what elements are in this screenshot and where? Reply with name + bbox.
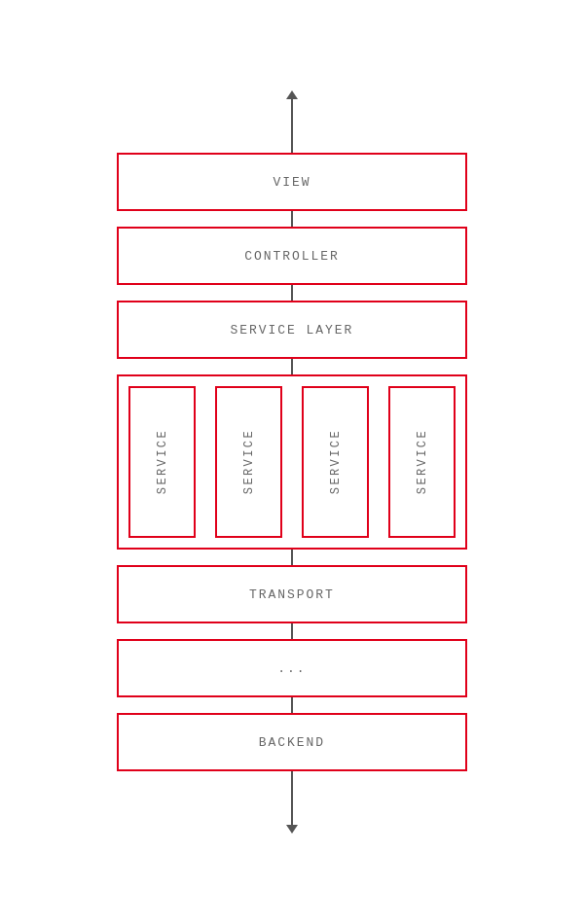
- connector-view-controller: [291, 211, 293, 227]
- services-container: SERVICE SERVICE SERVICE SERVICE: [117, 374, 467, 550]
- service-label-4: SERVICE: [416, 429, 429, 494]
- view-box: VIEW: [117, 153, 467, 211]
- service-box-2: SERVICE: [215, 386, 282, 538]
- down-arrow: [291, 787, 293, 826]
- connector-transport-dots: [291, 623, 293, 639]
- connector-backend-bottom: [291, 771, 293, 787]
- service-box-1: SERVICE: [128, 386, 196, 538]
- controller-box: CONTROLLER: [117, 227, 467, 285]
- service-box-4: SERVICE: [388, 386, 456, 538]
- backend-box: BACKEND: [117, 713, 467, 771]
- up-arrow: [291, 98, 293, 137]
- view-label: VIEW: [273, 175, 310, 190]
- dots-label: ...: [277, 661, 306, 676]
- service-box-3: SERVICE: [302, 386, 369, 538]
- dots-box: ...: [117, 639, 467, 697]
- service-layer-box: SERVICE LAYER: [117, 301, 467, 359]
- backend-label: BACKEND: [259, 735, 325, 750]
- service-label-2: SERVICE: [242, 429, 256, 494]
- service-label-3: SERVICE: [329, 429, 343, 494]
- controller-label: CONTROLLER: [244, 249, 340, 264]
- connector-services-transport: [291, 550, 293, 565]
- transport-box: TRANSPORT: [117, 565, 467, 623]
- transport-label: TRANSPORT: [249, 587, 335, 602]
- connector-dots-backend: [291, 697, 293, 713]
- service-label-1: SERVICE: [156, 429, 169, 494]
- connector-controller-servicelayer: [291, 285, 293, 301]
- connector-servicelayer-services: [291, 359, 293, 374]
- connector-top-view: [291, 137, 293, 153]
- architecture-diagram: VIEW CONTROLLER SERVICE LAYER SERVICE SE…: [117, 98, 467, 826]
- service-layer-label: SERVICE LAYER: [231, 323, 354, 338]
